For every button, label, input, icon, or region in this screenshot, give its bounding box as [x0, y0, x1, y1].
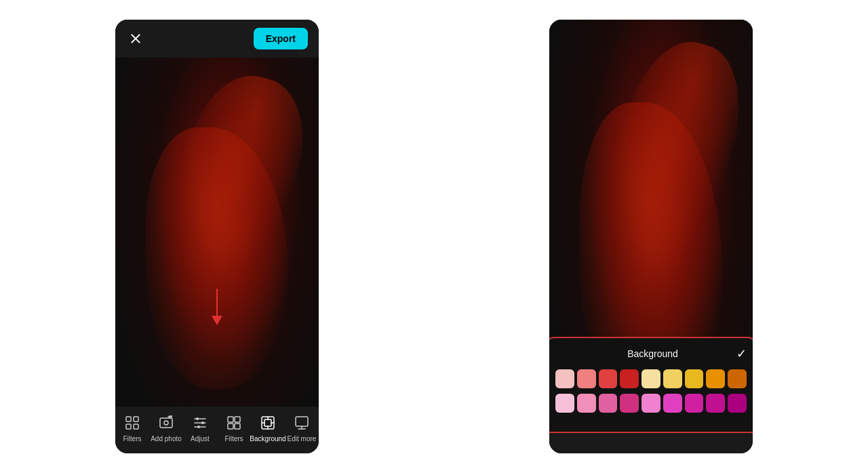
bg-panel-header: Background ✓: [555, 346, 747, 361]
toolbar-item-edit-more[interactable]: Edit more: [285, 413, 319, 443]
swatch-12[interactable]: [599, 394, 618, 413]
add-photo-icon: [157, 413, 176, 432]
check-icon[interactable]: ✓: [736, 346, 747, 361]
svg-point-12: [196, 417, 199, 420]
left-panel: Export: [0, 0, 434, 473]
phone-header: Export: [115, 20, 319, 58]
adjust-label: Adjust: [191, 435, 210, 443]
svg-rect-3: [134, 424, 138, 429]
right-phone: Background ✓: [549, 20, 753, 453]
edit-more-label: Edit more: [288, 435, 317, 443]
swatch-2[interactable]: [577, 369, 596, 388]
filters-label: Filters: [224, 435, 243, 443]
right-panel: Background ✓: [434, 0, 868, 473]
svg-point-14: [197, 426, 200, 428]
toolbar-item-add-photo[interactable]: Add photo: [149, 413, 183, 443]
swatch-1[interactable]: [555, 369, 574, 388]
swatch-4[interactable]: [620, 369, 639, 388]
left-phone: Export: [115, 20, 319, 453]
background-icon: [258, 413, 277, 432]
toolbar-item-filters[interactable]: Filters: [217, 413, 251, 443]
partial-label: Filters: [123, 435, 141, 443]
color-swatches: [555, 369, 747, 388]
swatch-5[interactable]: [642, 369, 660, 388]
edit-more-icon: [292, 413, 311, 432]
arrow-head: [212, 316, 222, 325]
svg-rect-1: [134, 417, 138, 421]
svg-point-13: [201, 421, 204, 424]
svg-rect-17: [228, 424, 233, 429]
swatch-13[interactable]: [620, 394, 639, 413]
right-photo-area: Background ✓: [549, 20, 753, 433]
svg-rect-18: [235, 424, 240, 429]
swatch-8[interactable]: [706, 369, 725, 388]
svg-rect-2: [126, 424, 131, 429]
photo-area: [115, 58, 319, 407]
bg-panel-title: Background: [569, 348, 736, 359]
swatch-15[interactable]: [663, 394, 682, 413]
right-bottom-bar: [549, 433, 753, 453]
filters-icon: [224, 413, 243, 432]
swatch-6[interactable]: [663, 369, 682, 388]
close-button[interactable]: [126, 29, 145, 48]
adjust-icon: [191, 413, 210, 432]
svg-rect-0: [126, 417, 131, 421]
add-photo-label: Add photo: [151, 435, 182, 443]
svg-rect-16: [235, 417, 240, 422]
svg-rect-4: [160, 418, 172, 428]
arrow-shaft: [216, 289, 218, 316]
toolbar-item-partial[interactable]: Filters: [115, 413, 149, 443]
toolbar: Filters Add photo: [115, 407, 319, 453]
swatch-7[interactable]: [685, 369, 704, 388]
swatch-9[interactable]: [728, 369, 747, 388]
svg-rect-15: [228, 417, 233, 422]
swatch-11[interactable]: [577, 394, 596, 413]
background-panel: Background ✓: [549, 337, 753, 433]
photo-background: [115, 58, 319, 407]
arrow-indicator: [212, 289, 222, 325]
svg-rect-25: [296, 417, 308, 426]
partial-icon: [123, 413, 142, 432]
color-swatches-row2: [555, 394, 747, 413]
swatch-16[interactable]: [685, 394, 704, 413]
swatch-17[interactable]: [706, 394, 725, 413]
swatch-10[interactable]: [555, 394, 574, 413]
export-button[interactable]: Export: [254, 28, 308, 49]
swatch-18[interactable]: [728, 394, 747, 413]
toolbar-item-background[interactable]: Background: [251, 413, 285, 443]
svg-rect-20: [264, 419, 271, 426]
toolbar-item-adjust[interactable]: Adjust: [183, 413, 217, 443]
background-label: Background: [250, 435, 285, 443]
swatch-14[interactable]: [642, 394, 660, 413]
svg-point-5: [164, 421, 168, 425]
swatch-3[interactable]: [599, 369, 618, 388]
